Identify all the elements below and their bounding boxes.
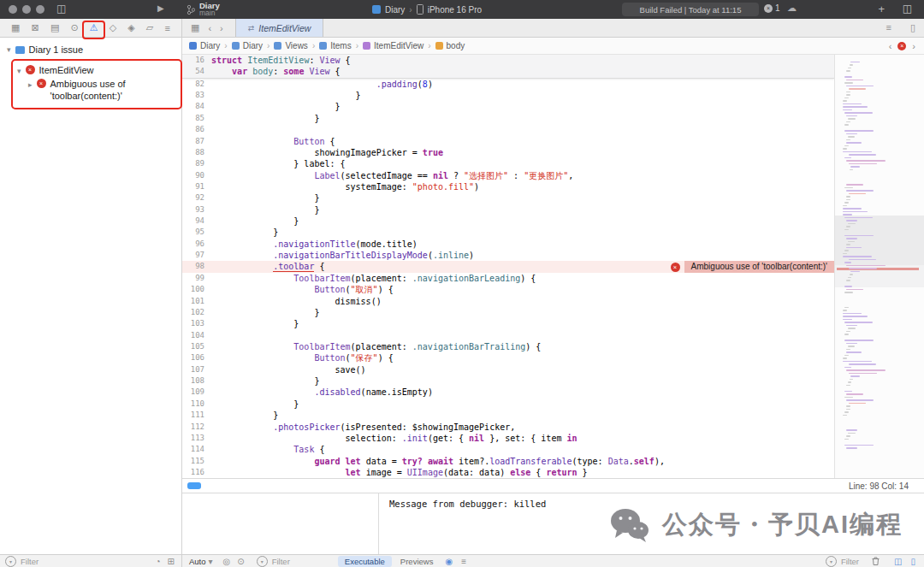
toggle-variables-icon[interactable]: ◫ — [894, 557, 902, 566]
next-issue-icon[interactable]: › — [912, 41, 915, 51]
recent-filter-icon[interactable]: ◔ — [156, 557, 161, 566]
issue-indicator-icon[interactable]: × — [897, 42, 906, 50]
code-line-106[interactable]: 106 Button("保存") { — [182, 352, 834, 363]
issue-navigator-icon[interactable]: ⚠ — [90, 22, 98, 33]
code-line-88[interactable]: 88 showingImagePicker = true — [182, 147, 834, 158]
breadcrumb-views[interactable]: Views — [274, 41, 308, 50]
chevron-down-icon[interactable]: ▾ — [17, 67, 21, 75]
code-line-116[interactable]: 116 let image = UIImage(data: data) else… — [182, 467, 834, 478]
report-navigator-icon[interactable]: ≡ — [164, 23, 169, 33]
code-line-105[interactable]: 105 ToolbarItem(placement: .navigationBa… — [182, 341, 834, 352]
scheme-selector[interactable]: Diary main — [187, 2, 220, 17]
window-close-button[interactable] — [9, 5, 17, 14]
code-line-100[interactable]: 100 Button("取消") { — [182, 284, 834, 295]
code-line-92[interactable]: 92 } — [182, 192, 834, 204]
code-line-111[interactable]: 111 } — [182, 410, 834, 421]
navigator-filter-field[interactable]: Filter — [21, 557, 38, 566]
code-line-110[interactable]: 110 } — [182, 399, 834, 410]
console-filter-field[interactable]: Filter — [841, 557, 859, 566]
flag-filter-icon[interactable]: ◎ — [223, 557, 231, 566]
code-line-87[interactable]: 87 Button { — [182, 136, 834, 147]
code-line-86[interactable]: 86 — [182, 124, 834, 135]
toggle-console-icon[interactable]: ▯ — [910, 557, 915, 566]
minimap[interactable] — [834, 55, 924, 478]
back-icon[interactable]: ‹ — [208, 23, 211, 33]
issue-row[interactable]: ▸ × Ambiguous use of 'toolbar(content:)' — [28, 78, 145, 102]
toggle-navigator-icon[interactable]: ◫ — [56, 3, 66, 15]
code-line-114[interactable]: 114 Task { — [182, 444, 834, 455]
code-line-54[interactable]: 54 var body: some View { — [182, 66, 834, 77]
code-line-93[interactable]: 93 } — [182, 204, 834, 216]
variables-view[interactable] — [182, 493, 379, 554]
code-line-99[interactable]: 99 ToolbarItem(placement: .navigationBar… — [182, 273, 834, 284]
code-line-84[interactable]: 84 } — [182, 101, 834, 112]
breadcrumb-diary[interactable]: Diary — [189, 41, 220, 50]
navigator-project-header[interactable]: ▾ Diary 1 issue — [0, 44, 83, 55]
code-line-103[interactable]: 103 } — [182, 318, 834, 329]
window-zoom-button[interactable] — [36, 5, 44, 14]
source-control-navigator-icon[interactable]: ⊠ — [32, 22, 39, 33]
inline-error-badge[interactable]: ×Ambiguous use of 'toolbar(content:)' — [671, 261, 834, 272]
trash-icon[interactable] — [871, 556, 880, 566]
code-line-107[interactable]: 107 save() — [182, 364, 834, 375]
issue-count-button[interactable]: × 1 — [764, 3, 780, 13]
code-line-115[interactable]: 115 guard let data = try? await item?.lo… — [182, 456, 834, 467]
tab-itemeditview[interactable]: ⇄ ItemEditView — [235, 19, 324, 37]
console-tab-executable[interactable]: Executable — [338, 556, 392, 567]
code-line-95[interactable]: 95 } — [182, 227, 834, 238]
chevron-right-icon[interactable]: ▸ — [28, 80, 33, 89]
code-line-102[interactable]: 102 } — [182, 307, 834, 318]
source-editor[interactable]: 16struct ItemEditView: View {54 var body… — [182, 55, 834, 478]
issue-file-row[interactable]: ▾ × ItemEditView — [17, 64, 94, 76]
code-line-85[interactable]: 85 } — [182, 113, 834, 124]
breakpoint-navigator-icon[interactable]: ▱ — [146, 22, 153, 33]
code-line-112[interactable]: 112 .photosPicker(isPresented: $showingI… — [182, 422, 834, 433]
list-icon[interactable]: ≡ — [461, 557, 466, 566]
window-minimize-button[interactable] — [22, 5, 31, 14]
run-button[interactable]: ▶ — [157, 3, 164, 13]
code-line-104[interactable]: 104 — [182, 330, 834, 341]
scope-filter-icon[interactable]: ⊞ — [168, 557, 175, 566]
editor-layout-icon[interactable]: ◫ — [903, 3, 912, 15]
code-line-91[interactable]: 91 systemImage: "photo.fill") — [182, 181, 834, 192]
breadcrumb-items[interactable]: Items — [319, 41, 351, 50]
code-line-109[interactable]: 109 .disabled(name.isEmpty) — [182, 387, 834, 398]
code-line-89[interactable]: 89 } label: { — [182, 158, 834, 169]
info-icon[interactable]: ⊙ — [237, 557, 244, 566]
find-navigator-icon[interactable]: ⊙ — [70, 22, 78, 33]
debug-chip[interactable] — [187, 482, 201, 489]
forward-icon[interactable]: › — [220, 23, 223, 33]
code-line-96[interactable]: 96 .navigationTitle(mode.title) — [182, 239, 834, 250]
project-navigator-icon[interactable]: ▦ — [11, 22, 20, 33]
record-icon[interactable]: ◉ — [445, 557, 453, 566]
code-line-108[interactable]: 108 } — [182, 375, 834, 387]
code-review-icon[interactable]: ≡ — [886, 22, 891, 33]
code-line-113[interactable]: 113 selection: .init(get: { nil }, set: … — [182, 433, 834, 444]
chevron-down-icon[interactable]: ▾ — [7, 45, 11, 54]
code-line-16[interactable]: 16struct ItemEditView: View { — [182, 55, 834, 66]
variables-scope-selector[interactable]: Auto — [189, 557, 206, 566]
debug-navigator-icon[interactable]: ◈ — [127, 22, 134, 33]
related-items-icon[interactable]: ▦ — [191, 22, 199, 33]
cursor-position[interactable]: Line: 98 Col: 14 — [849, 481, 909, 491]
inspector-toggle-icon[interactable]: ▯ — [910, 22, 915, 33]
code-line-101[interactable]: 101 dismiss() — [182, 296, 834, 307]
code-line-94[interactable]: 94 } — [182, 216, 834, 227]
bookmarks-navigator-icon[interactable]: ▤ — [50, 22, 59, 33]
code-line-90[interactable]: 90 Label(selectedImage == nil ? "选择图片" :… — [182, 170, 834, 181]
run-destination[interactable]: Diary › iPhone 16 Pro — [372, 0, 482, 19]
add-button[interactable]: + — [878, 3, 885, 15]
previous-issue-icon[interactable]: ‹ — [889, 41, 892, 51]
code-line-97[interactable]: 97 .navigationBarTitleDisplayMode(.inlin… — [182, 250, 834, 261]
code-line-98[interactable]: 98 .toolbar {×Ambiguous use of 'toolbar(… — [182, 261, 834, 272]
test-navigator-icon[interactable]: ◇ — [110, 22, 116, 33]
console-tab-previews[interactable]: Previews — [400, 557, 434, 566]
code-line-83[interactable]: 83 } — [182, 90, 834, 101]
variables-filter-field[interactable]: Filter — [272, 557, 290, 566]
breadcrumb-diary[interactable]: Diary — [232, 41, 263, 50]
code-line-82[interactable]: 82 .padding(8) — [182, 79, 834, 90]
activity-status[interactable]: Build Failed | Today at 11:15 — [622, 3, 759, 16]
cloud-icon[interactable]: ☁ — [787, 3, 797, 14]
breadcrumb-body[interactable]: body — [435, 41, 465, 50]
breadcrumb-itemeditview[interactable]: ItemEditView — [363, 41, 424, 50]
